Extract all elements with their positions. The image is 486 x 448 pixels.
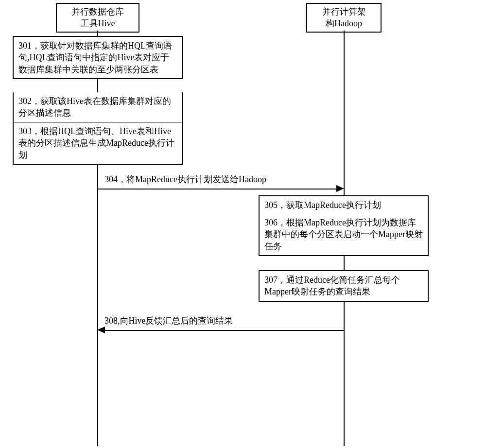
msg-308-label: 308,向Hive反馈汇总后的查询结果 <box>104 315 233 327</box>
participant-hive-line1: 并行数据仓库 <box>61 6 135 17</box>
msg-308-arrowhead <box>97 327 105 333</box>
step-301: 301，获取针对数据库集群的HQL查询语句,HQL查询语句中指定的Hive表对应… <box>13 36 183 79</box>
step-303-text: 303，根据HQL查询语句、Hive表和Hive表的分区描述信息生成MapRed… <box>18 126 174 160</box>
step-305-text: 305，获取MapReduce执行计划 <box>264 200 381 210</box>
step-306-text: 306，根据MapReduce执行计划为数据库集群中的每个分区表启动一个Mapp… <box>264 218 423 251</box>
msg-304-arrowhead <box>336 185 344 192</box>
step-302-text: 302，获取该Hive表在数据库集群对应的分区描述信息 <box>18 96 171 118</box>
step-301-text: 301，获取针对数据库集群的HQL查询语句,HQL查询语句中指定的Hive表对应… <box>18 41 172 74</box>
sequence-diagram: 并行数据仓库 工具Hive 并行计算架 构Hadoop 301，获取针对数据库集… <box>0 0 486 448</box>
msg-304-line <box>97 189 336 190</box>
participant-hive-line2: 工具Hive <box>61 17 135 29</box>
participant-hadoop-line2: 构Hadoop <box>311 17 377 29</box>
step-302: 302，获取该Hive表在数据库集群对应的分区描述信息 <box>13 92 183 123</box>
msg-308-line <box>105 330 344 331</box>
participant-hadoop: 并行计算架 构Hadoop <box>306 3 382 33</box>
msg-304-label: 304，将MapReduce执行计划发送给Hadoop <box>104 173 266 185</box>
step-305: 305，获取MapReduce执行计划 <box>259 195 429 215</box>
step-303: 303，根据HQL查询语句、Hive表和Hive表的分区描述信息生成MapRed… <box>13 122 183 165</box>
participant-hadoop-line1: 并行计算架 <box>311 6 377 17</box>
participant-hive: 并行数据仓库 工具Hive <box>56 3 139 33</box>
step-306: 306，根据MapReduce执行计划为数据库集群中的每个分区表启动一个Mapp… <box>259 214 429 256</box>
step-307-text: 307，通过Reduce化简任务汇总每个Mapper映射任务的查询结果 <box>264 275 400 296</box>
step-307: 307，通过Reduce化简任务汇总每个Mapper映射任务的查询结果 <box>259 270 429 302</box>
